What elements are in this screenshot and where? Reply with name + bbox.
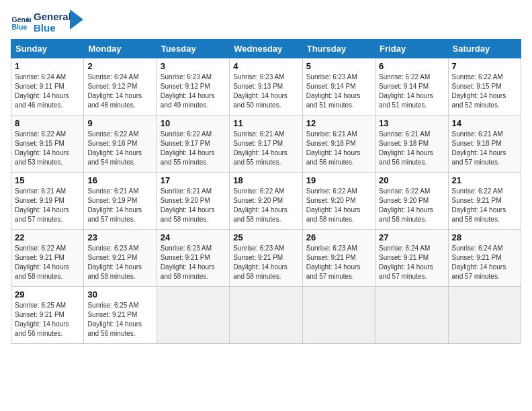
day-info: Sunrise: 6:22 AMSunset: 9:15 PMDaylight:… [452, 73, 517, 110]
day-info: Sunrise: 6:23 AMSunset: 9:13 PMDaylight:… [233, 73, 298, 110]
calendar-cell [375, 287, 448, 344]
calendar-cell: 4Sunrise: 6:23 AMSunset: 9:13 PMDaylight… [230, 58, 302, 116]
day-number: 15 [15, 175, 80, 185]
calendar-table: SundayMondayTuesdayWednesdayThursdayFrid… [11, 39, 521, 344]
day-info: Sunrise: 6:24 AMSunset: 9:21 PMDaylight:… [452, 244, 517, 281]
day-of-week-header: Saturday [448, 40, 521, 58]
day-info: Sunrise: 6:21 AMSunset: 9:19 PMDaylight:… [15, 187, 80, 224]
day-info: Sunrise: 6:23 AMSunset: 9:21 PMDaylight:… [161, 244, 226, 281]
day-info: Sunrise: 6:22 AMSunset: 9:14 PMDaylight:… [379, 73, 444, 110]
day-number: 13 [379, 118, 444, 128]
day-info: Sunrise: 6:21 AMSunset: 9:17 PMDaylight:… [233, 130, 298, 167]
day-number: 1 [15, 61, 80, 71]
calendar-cell: 3Sunrise: 6:23 AMSunset: 9:12 PMDaylight… [157, 58, 229, 116]
day-number: 14 [452, 118, 517, 128]
day-info: Sunrise: 6:22 AMSunset: 9:20 PMDaylight:… [233, 187, 298, 224]
day-info: Sunrise: 6:22 AMSunset: 9:17 PMDaylight:… [161, 130, 226, 167]
calendar-cell [157, 287, 229, 344]
day-info: Sunrise: 6:21 AMSunset: 9:18 PMDaylight:… [452, 130, 517, 167]
calendar-cell: 9Sunrise: 6:22 AMSunset: 9:16 PMDaylight… [84, 116, 157, 173]
day-info: Sunrise: 6:21 AMSunset: 9:19 PMDaylight:… [87, 187, 152, 224]
day-info: Sunrise: 6:23 AMSunset: 9:12 PMDaylight:… [161, 73, 226, 110]
calendar-cell: 11Sunrise: 6:21 AMSunset: 9:17 PMDayligh… [230, 116, 302, 173]
day-number: 10 [161, 118, 226, 128]
calendar-cell: 30Sunrise: 6:25 AMSunset: 9:21 PMDayligh… [84, 287, 157, 344]
day-number: 20 [379, 175, 444, 185]
day-number: 19 [306, 175, 371, 185]
calendar-cell: 6Sunrise: 6:22 AMSunset: 9:14 PMDaylight… [375, 58, 448, 116]
day-info: Sunrise: 6:24 AMSunset: 9:21 PMDaylight:… [379, 244, 444, 281]
svg-text:Blue: Blue [12, 23, 28, 31]
day-number: 18 [233, 175, 298, 185]
day-number: 25 [233, 232, 298, 242]
calendar-cell: 29Sunrise: 6:25 AMSunset: 9:21 PMDayligh… [11, 287, 84, 344]
day-number: 17 [161, 175, 226, 185]
day-number: 11 [233, 118, 298, 128]
day-info: Sunrise: 6:22 AMSunset: 9:21 PMDaylight:… [452, 187, 517, 224]
day-info: Sunrise: 6:21 AMSunset: 9:18 PMDaylight:… [306, 130, 371, 167]
calendar-cell: 10Sunrise: 6:22 AMSunset: 9:17 PMDayligh… [157, 116, 229, 173]
day-number: 2 [87, 61, 152, 71]
day-number: 4 [233, 61, 298, 71]
day-number: 29 [15, 289, 80, 300]
calendar-cell [302, 287, 375, 344]
day-number: 6 [379, 61, 444, 71]
calendar-cell: 18Sunrise: 6:22 AMSunset: 9:20 PMDayligh… [230, 173, 302, 230]
day-info: Sunrise: 6:21 AMSunset: 9:20 PMDaylight:… [161, 187, 226, 224]
day-number: 12 [306, 118, 371, 128]
calendar-cell: 2Sunrise: 6:24 AMSunset: 9:12 PMDaylight… [84, 58, 157, 116]
day-info: Sunrise: 6:25 AMSunset: 9:21 PMDaylight:… [15, 301, 80, 338]
day-info: Sunrise: 6:21 AMSunset: 9:18 PMDaylight:… [379, 130, 444, 167]
calendar-cell: 25Sunrise: 6:23 AMSunset: 9:21 PMDayligh… [230, 230, 302, 287]
day-info: Sunrise: 6:24 AMSunset: 9:11 PMDaylight:… [15, 73, 80, 110]
day-info: Sunrise: 6:25 AMSunset: 9:21 PMDaylight:… [87, 301, 152, 338]
day-number: 5 [306, 61, 371, 71]
day-number: 21 [452, 175, 517, 185]
calendar-cell: 19Sunrise: 6:22 AMSunset: 9:20 PMDayligh… [302, 173, 375, 230]
day-number: 9 [87, 118, 152, 128]
day-info: Sunrise: 6:22 AMSunset: 9:16 PMDaylight:… [87, 130, 152, 167]
day-number: 16 [87, 175, 152, 185]
calendar-cell: 1Sunrise: 6:24 AMSunset: 9:11 PMDaylight… [11, 58, 84, 116]
day-info: Sunrise: 6:22 AMSunset: 9:20 PMDaylight:… [379, 187, 444, 224]
day-number: 22 [15, 232, 80, 242]
day-of-week-header: Wednesday [230, 40, 302, 58]
day-number: 24 [161, 232, 226, 242]
day-of-week-header: Thursday [302, 40, 375, 58]
day-of-week-header: Friday [375, 40, 448, 58]
calendar-cell: 22Sunrise: 6:22 AMSunset: 9:21 PMDayligh… [11, 230, 84, 287]
calendar-cell: 17Sunrise: 6:21 AMSunset: 9:20 PMDayligh… [157, 173, 229, 230]
calendar-cell: 7Sunrise: 6:22 AMSunset: 9:15 PMDaylight… [448, 58, 521, 116]
day-number: 3 [161, 61, 226, 71]
calendar-cell: 5Sunrise: 6:23 AMSunset: 9:14 PMDaylight… [302, 58, 375, 116]
calendar-cell: 13Sunrise: 6:21 AMSunset: 9:18 PMDayligh… [375, 116, 448, 173]
calendar-cell: 15Sunrise: 6:21 AMSunset: 9:19 PMDayligh… [11, 173, 84, 230]
calendar-cell [230, 287, 302, 344]
day-info: Sunrise: 6:23 AMSunset: 9:21 PMDaylight:… [233, 244, 298, 281]
day-of-week-header: Sunday [11, 40, 84, 58]
day-info: Sunrise: 6:22 AMSunset: 9:21 PMDaylight:… [15, 244, 80, 281]
calendar-cell: 14Sunrise: 6:21 AMSunset: 9:18 PMDayligh… [448, 116, 521, 173]
logo-blue: Blue [34, 22, 71, 34]
day-number: 30 [87, 289, 152, 300]
calendar-cell: 27Sunrise: 6:24 AMSunset: 9:21 PMDayligh… [375, 230, 448, 287]
calendar-cell: 28Sunrise: 6:24 AMSunset: 9:21 PMDayligh… [448, 230, 521, 287]
day-number: 28 [452, 232, 517, 242]
day-of-week-header: Monday [84, 40, 157, 58]
logo-general: General [34, 11, 71, 22]
calendar-cell: 20Sunrise: 6:22 AMSunset: 9:20 PMDayligh… [375, 173, 448, 230]
day-info: Sunrise: 6:22 AMSunset: 9:15 PMDaylight:… [15, 130, 80, 167]
day-info: Sunrise: 6:24 AMSunset: 9:12 PMDaylight:… [87, 73, 152, 110]
day-info: Sunrise: 6:22 AMSunset: 9:20 PMDaylight:… [306, 187, 371, 224]
day-number: 8 [15, 118, 80, 128]
calendar-cell: 24Sunrise: 6:23 AMSunset: 9:21 PMDayligh… [157, 230, 229, 287]
logo: General Blue General Blue [11, 11, 83, 34]
calendar-cell: 12Sunrise: 6:21 AMSunset: 9:18 PMDayligh… [302, 116, 375, 173]
svg-marker-3 [70, 9, 83, 30]
calendar-cell: 8Sunrise: 6:22 AMSunset: 9:15 PMDaylight… [11, 116, 84, 173]
calendar-cell [448, 287, 521, 344]
day-info: Sunrise: 6:23 AMSunset: 9:14 PMDaylight:… [306, 73, 371, 110]
calendar-cell: 23Sunrise: 6:23 AMSunset: 9:21 PMDayligh… [84, 230, 157, 287]
day-number: 7 [452, 61, 517, 71]
day-of-week-header: Tuesday [157, 40, 229, 58]
